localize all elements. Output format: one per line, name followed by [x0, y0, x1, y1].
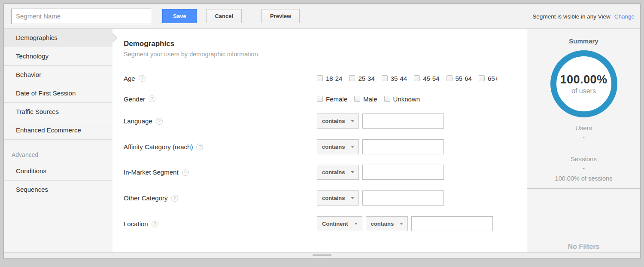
location-operator-value: contains — [371, 221, 394, 227]
age-65plus-label: 65+ — [488, 75, 498, 82]
topbar: Save Cancel Preview Segment is visible i… — [4, 4, 640, 29]
location-label: Location — [124, 220, 148, 227]
age-label: Age — [124, 75, 135, 82]
other-category-operator-value: contains — [322, 195, 345, 201]
other-category-label: Other Category — [124, 194, 168, 202]
other-category-help-icon[interactable]: ? — [171, 195, 178, 202]
location-dimension-dropdown[interactable]: Continent — [317, 216, 362, 231]
age-45-54-checkbox[interactable] — [414, 75, 420, 81]
panel-resize-handle[interactable] — [4, 252, 640, 258]
location-dimension-value: Continent — [322, 221, 348, 227]
chevron-down-icon — [400, 223, 403, 225]
sidebar-advanced-section-label: Advanced — [4, 140, 112, 162]
age-65plus-checkbox[interactable] — [479, 75, 485, 81]
affinity-category-label: Affinity Category (reach) — [124, 143, 193, 150]
language-operator-value: contains — [322, 118, 345, 124]
age-35-44-label: 35-44 — [391, 75, 407, 82]
segment-name-input[interactable] — [11, 9, 151, 24]
cancel-button[interactable]: Cancel — [206, 9, 242, 23]
gender-label: Gender — [124, 95, 145, 103]
age-help-icon[interactable]: ? — [139, 75, 146, 82]
segment-visibility-text: Segment is visible in any View — [532, 13, 610, 20]
age-35-44-checkbox[interactable] — [382, 75, 388, 81]
in-market-segment-label: In-Market Segment — [124, 169, 179, 176]
in-market-segment-row: In-Market Segment ? contains — [124, 165, 527, 180]
page-title: Demographics — [124, 40, 527, 48]
other-category-row: Other Category ? contains — [124, 190, 527, 206]
gender-help-icon[interactable]: ? — [149, 95, 155, 102]
summary-divider — [527, 188, 640, 189]
sidebar-item-demographics[interactable]: Demographics — [4, 29, 112, 47]
gender-male-label: Male — [363, 95, 377, 103]
other-category-value-input[interactable] — [362, 190, 444, 206]
language-help-icon[interactable]: ? — [156, 118, 163, 125]
age-45-54-label: 45-54 — [423, 75, 439, 82]
language-operator-dropdown[interactable]: contains — [317, 114, 359, 129]
sidebar-item-behavior[interactable]: Behavior — [4, 66, 112, 84]
chevron-down-icon — [351, 197, 354, 199]
age-55-64-checkbox[interactable] — [447, 75, 453, 81]
affinity-category-help-icon[interactable]: ? — [196, 144, 203, 150]
location-row: Location ? Continent contains — [124, 216, 527, 231]
sidebar-item-enhanced-ecommerce[interactable]: Enhanced Ecommerce — [4, 121, 112, 140]
in-market-value-input[interactable] — [362, 165, 444, 180]
segment-category-sidebar: Demographics Technology Behavior Date of… — [4, 29, 112, 253]
users-percentage-caption: of users — [571, 87, 596, 95]
age-18-24-checkbox[interactable] — [317, 75, 323, 81]
in-market-operator-value: contains — [322, 169, 345, 175]
segment-visibility-area: Segment is visible in any View Change — [532, 4, 635, 29]
sessions-label: Sessions — [527, 155, 640, 163]
age-row: Age ? 18-24 25-34 35-44 45-54 55-64 65+ — [124, 73, 527, 83]
sessions-percent: 100.00% of sessions — [527, 175, 640, 182]
in-market-operator-dropdown[interactable]: contains — [317, 165, 359, 180]
users-label: Users — [527, 124, 640, 132]
gender-male-checkbox[interactable] — [354, 96, 360, 102]
affinity-operator-dropdown[interactable]: contains — [317, 139, 359, 154]
users-percentage-value: 100.00% — [560, 73, 607, 86]
age-18-24-label: 18-24 — [326, 75, 342, 82]
demographics-form: Demographics Segment your users by demog… — [112, 29, 527, 253]
age-25-34-label: 25-34 — [358, 75, 374, 82]
preview-button[interactable]: Preview — [261, 9, 300, 23]
in-market-help-icon[interactable]: ? — [182, 169, 189, 176]
language-value-input[interactable] — [362, 114, 444, 129]
summary-divider — [533, 148, 640, 148]
affinity-value-input[interactable] — [362, 139, 444, 154]
affinity-operator-value: contains — [322, 144, 345, 150]
gender-female-checkbox[interactable] — [317, 96, 323, 102]
grip-icon — [313, 254, 331, 257]
page-subtitle: Segment your users by demographic inform… — [124, 51, 527, 58]
chevron-down-icon — [354, 223, 358, 225]
chevron-down-icon — [351, 171, 354, 173]
summary-panel: Summary 100.00% of users Users - Session… — [527, 29, 640, 253]
chevron-down-icon — [351, 146, 354, 148]
sidebar-item-date-of-first-session[interactable]: Date of First Session — [4, 84, 112, 103]
users-value: - — [527, 134, 640, 141]
chevron-down-icon — [351, 120, 354, 122]
save-button[interactable]: Save — [162, 9, 197, 23]
location-value-input[interactable] — [411, 216, 493, 231]
change-visibility-link[interactable]: Change — [614, 13, 635, 20]
users-percentage-ring: 100.00% of users — [550, 50, 617, 117]
sidebar-item-sequences[interactable]: Sequences — [4, 181, 112, 199]
location-help-icon[interactable]: ? — [152, 221, 158, 227]
language-row: Language ? contains — [124, 114, 527, 129]
other-category-operator-dropdown[interactable]: contains — [317, 190, 359, 206]
sidebar-item-conditions[interactable]: Conditions — [4, 162, 112, 181]
gender-unknown-label: Unknown — [393, 95, 420, 103]
location-operator-dropdown[interactable]: contains — [366, 216, 408, 231]
age-55-64-label: 55-64 — [456, 75, 472, 82]
summary-title: Summary — [527, 37, 640, 45]
sidebar-item-technology[interactable]: Technology — [4, 47, 112, 66]
gender-unknown-checkbox[interactable] — [384, 96, 390, 102]
segment-builder-panel: Save Cancel Preview Segment is visible i… — [3, 3, 641, 259]
affinity-category-row: Affinity Category (reach) ? contains — [124, 139, 527, 154]
age-25-34-checkbox[interactable] — [349, 75, 355, 81]
gender-row: Gender ? Female Male Unknown — [124, 94, 527, 104]
sidebar-item-traffic-sources[interactable]: Traffic Sources — [4, 103, 112, 121]
no-filters-label: No Filters — [527, 243, 640, 251]
gender-female-label: Female — [326, 95, 347, 103]
sessions-value: - — [527, 165, 640, 172]
language-label: Language — [124, 117, 152, 125]
